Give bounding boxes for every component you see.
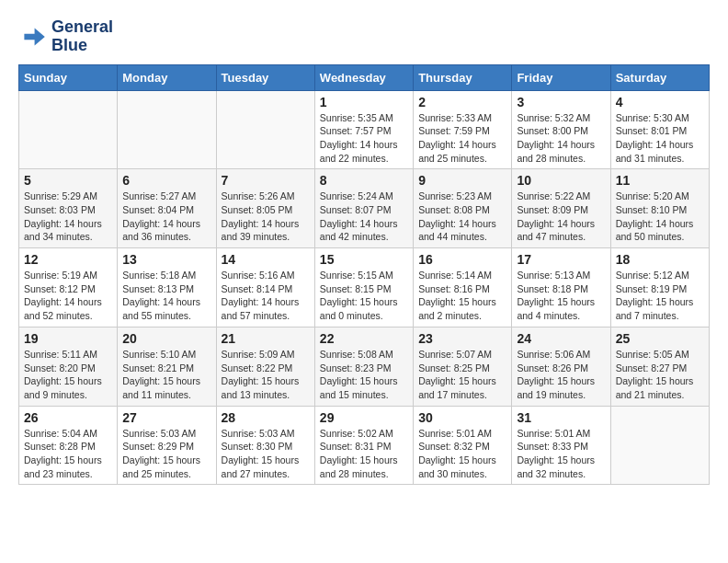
- day-info: Sunrise: 5:09 AM Sunset: 8:22 PM Dayligh…: [222, 348, 310, 402]
- calendar-cell: 29Sunrise: 5:02 AM Sunset: 8:31 PM Dayli…: [314, 406, 413, 485]
- day-info: Sunrise: 5:03 AM Sunset: 8:30 PM Dayligh…: [222, 427, 310, 481]
- calendar-cell: 15Sunrise: 5:15 AM Sunset: 8:15 PM Dayli…: [314, 248, 413, 327]
- day-info: Sunrise: 5:18 AM Sunset: 8:13 PM Dayligh…: [122, 269, 210, 323]
- day-info: Sunrise: 5:04 AM Sunset: 8:28 PM Dayligh…: [24, 427, 112, 481]
- calendar-cell: [118, 90, 216, 169]
- day-number: 11: [616, 173, 704, 188]
- week-row-4: 19Sunrise: 5:11 AM Sunset: 8:20 PM Dayli…: [19, 327, 710, 406]
- day-info: Sunrise: 5:15 AM Sunset: 8:15 PM Dayligh…: [320, 269, 408, 323]
- logo-icon: [18, 22, 48, 52]
- calendar-table: SundayMondayTuesdayWednesdayThursdayFrid…: [18, 64, 710, 486]
- day-info: Sunrise: 5:14 AM Sunset: 8:16 PM Dayligh…: [418, 269, 506, 323]
- day-info: Sunrise: 5:06 AM Sunset: 8:26 PM Dayligh…: [517, 348, 605, 402]
- day-header-monday: Monday: [118, 64, 216, 90]
- day-info: Sunrise: 5:19 AM Sunset: 8:12 PM Dayligh…: [24, 269, 112, 323]
- calendar-cell: 3Sunrise: 5:32 AM Sunset: 8:00 PM Daylig…: [512, 90, 610, 169]
- day-info: Sunrise: 5:01 AM Sunset: 8:33 PM Dayligh…: [517, 427, 605, 481]
- day-number: 24: [517, 331, 605, 346]
- day-number: 31: [517, 410, 605, 425]
- logo: General Blue: [18, 18, 113, 55]
- day-info: Sunrise: 5:11 AM Sunset: 8:20 PM Dayligh…: [24, 348, 112, 402]
- calendar-cell: 30Sunrise: 5:01 AM Sunset: 8:32 PM Dayli…: [414, 406, 512, 485]
- calendar-cell: [216, 90, 314, 169]
- week-row-3: 12Sunrise: 5:19 AM Sunset: 8:12 PM Dayli…: [19, 248, 710, 327]
- calendar-cell: 31Sunrise: 5:01 AM Sunset: 8:33 PM Dayli…: [512, 406, 610, 485]
- calendar-cell: 18Sunrise: 5:12 AM Sunset: 8:19 PM Dayli…: [610, 248, 709, 327]
- page-header: General Blue: [18, 18, 710, 55]
- day-number: 6: [122, 173, 210, 188]
- day-number: 22: [320, 331, 408, 346]
- calendar-cell: 1Sunrise: 5:35 AM Sunset: 7:57 PM Daylig…: [314, 90, 413, 169]
- day-header-tuesday: Tuesday: [216, 64, 314, 90]
- week-row-1: 1Sunrise: 5:35 AM Sunset: 7:57 PM Daylig…: [19, 90, 710, 169]
- calendar-cell: 20Sunrise: 5:10 AM Sunset: 8:21 PM Dayli…: [118, 327, 216, 406]
- calendar-cell: 4Sunrise: 5:30 AM Sunset: 8:01 PM Daylig…: [610, 90, 709, 169]
- day-info: Sunrise: 5:26 AM Sunset: 8:05 PM Dayligh…: [222, 190, 310, 244]
- calendar-cell: 6Sunrise: 5:27 AM Sunset: 8:04 PM Daylig…: [118, 169, 216, 248]
- day-number: 20: [122, 331, 210, 346]
- calendar-cell: 10Sunrise: 5:22 AM Sunset: 8:09 PM Dayli…: [512, 169, 610, 248]
- day-number: 1: [320, 95, 408, 109]
- day-number: 13: [122, 252, 210, 267]
- calendar-cell: 16Sunrise: 5:14 AM Sunset: 8:16 PM Dayli…: [414, 248, 512, 327]
- calendar-cell: 14Sunrise: 5:16 AM Sunset: 8:14 PM Dayli…: [216, 248, 314, 327]
- calendar-cell: 13Sunrise: 5:18 AM Sunset: 8:13 PM Dayli…: [118, 248, 216, 327]
- day-info: Sunrise: 5:16 AM Sunset: 8:14 PM Dayligh…: [222, 269, 310, 323]
- day-header-friday: Friday: [512, 64, 610, 90]
- calendar-cell: [19, 90, 118, 169]
- day-number: 21: [222, 331, 310, 346]
- calendar-cell: [610, 406, 709, 485]
- day-number: 30: [418, 410, 506, 425]
- calendar-cell: 26Sunrise: 5:04 AM Sunset: 8:28 PM Dayli…: [19, 406, 118, 485]
- day-number: 15: [320, 252, 408, 267]
- calendar-cell: 19Sunrise: 5:11 AM Sunset: 8:20 PM Dayli…: [19, 327, 118, 406]
- day-number: 27: [122, 410, 210, 425]
- day-info: Sunrise: 5:30 AM Sunset: 8:01 PM Dayligh…: [616, 111, 704, 166]
- week-row-2: 5Sunrise: 5:29 AM Sunset: 8:03 PM Daylig…: [19, 169, 710, 248]
- calendar-cell: 24Sunrise: 5:06 AM Sunset: 8:26 PM Dayli…: [512, 327, 610, 406]
- day-info: Sunrise: 5:12 AM Sunset: 8:19 PM Dayligh…: [616, 269, 704, 323]
- day-number: 9: [418, 173, 506, 188]
- header-row: SundayMondayTuesdayWednesdayThursdayFrid…: [19, 64, 710, 90]
- calendar-cell: 21Sunrise: 5:09 AM Sunset: 8:22 PM Dayli…: [216, 327, 314, 406]
- calendar-cell: 28Sunrise: 5:03 AM Sunset: 8:30 PM Dayli…: [216, 406, 314, 485]
- logo-text: General Blue: [51, 18, 113, 55]
- day-header-saturday: Saturday: [610, 64, 709, 90]
- calendar-cell: 27Sunrise: 5:03 AM Sunset: 8:29 PM Dayli…: [118, 406, 216, 485]
- day-number: 18: [616, 252, 704, 267]
- day-info: Sunrise: 5:08 AM Sunset: 8:23 PM Dayligh…: [320, 348, 408, 402]
- calendar-cell: 8Sunrise: 5:24 AM Sunset: 8:07 PM Daylig…: [314, 169, 413, 248]
- day-info: Sunrise: 5:05 AM Sunset: 8:27 PM Dayligh…: [616, 348, 704, 402]
- calendar-cell: 11Sunrise: 5:20 AM Sunset: 8:10 PM Dayli…: [610, 169, 709, 248]
- day-info: Sunrise: 5:01 AM Sunset: 8:32 PM Dayligh…: [418, 427, 506, 481]
- day-number: 10: [517, 173, 605, 188]
- day-number: 8: [320, 173, 408, 188]
- day-number: 3: [517, 95, 605, 109]
- day-header-thursday: Thursday: [414, 64, 512, 90]
- day-info: Sunrise: 5:10 AM Sunset: 8:21 PM Dayligh…: [122, 348, 210, 402]
- calendar-cell: 23Sunrise: 5:07 AM Sunset: 8:25 PM Dayli…: [414, 327, 512, 406]
- calendar-cell: 22Sunrise: 5:08 AM Sunset: 8:23 PM Dayli…: [314, 327, 413, 406]
- day-number: 7: [222, 173, 310, 188]
- day-info: Sunrise: 5:13 AM Sunset: 8:18 PM Dayligh…: [517, 269, 605, 323]
- calendar-cell: 7Sunrise: 5:26 AM Sunset: 8:05 PM Daylig…: [216, 169, 314, 248]
- day-info: Sunrise: 5:03 AM Sunset: 8:29 PM Dayligh…: [122, 427, 210, 481]
- week-row-5: 26Sunrise: 5:04 AM Sunset: 8:28 PM Dayli…: [19, 406, 710, 485]
- day-info: Sunrise: 5:35 AM Sunset: 7:57 PM Dayligh…: [320, 111, 408, 166]
- day-info: Sunrise: 5:29 AM Sunset: 8:03 PM Dayligh…: [24, 190, 112, 244]
- calendar-cell: 5Sunrise: 5:29 AM Sunset: 8:03 PM Daylig…: [19, 169, 118, 248]
- day-info: Sunrise: 5:33 AM Sunset: 7:59 PM Dayligh…: [418, 111, 506, 166]
- calendar-cell: 25Sunrise: 5:05 AM Sunset: 8:27 PM Dayli…: [610, 327, 709, 406]
- day-info: Sunrise: 5:32 AM Sunset: 8:00 PM Dayligh…: [517, 111, 605, 166]
- day-number: 25: [616, 331, 704, 346]
- day-number: 14: [222, 252, 310, 267]
- day-info: Sunrise: 5:27 AM Sunset: 8:04 PM Dayligh…: [122, 190, 210, 244]
- day-number: 12: [24, 252, 112, 267]
- day-number: 2: [418, 95, 506, 109]
- day-number: 4: [616, 95, 704, 109]
- calendar-cell: 2Sunrise: 5:33 AM Sunset: 7:59 PM Daylig…: [414, 90, 512, 169]
- day-number: 17: [517, 252, 605, 267]
- day-info: Sunrise: 5:24 AM Sunset: 8:07 PM Dayligh…: [320, 190, 408, 244]
- day-number: 19: [24, 331, 112, 346]
- day-info: Sunrise: 5:20 AM Sunset: 8:10 PM Dayligh…: [616, 190, 704, 244]
